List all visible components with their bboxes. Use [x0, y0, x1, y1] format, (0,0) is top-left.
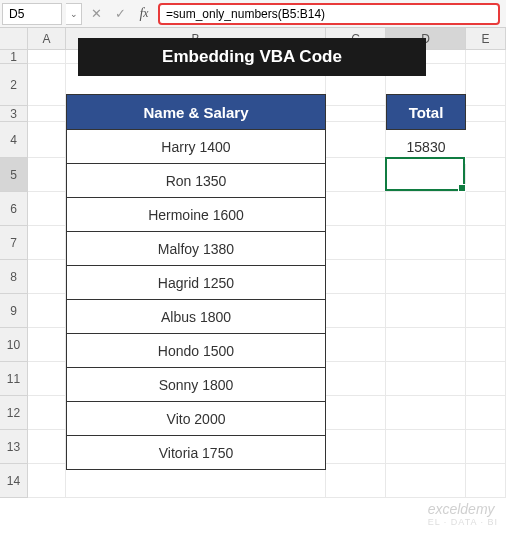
row-header-9[interactable]: 9 [0, 294, 28, 328]
row-header-12[interactable]: 12 [0, 396, 28, 430]
table-row[interactable]: Sonny 1800 [66, 368, 326, 402]
cell[interactable] [326, 158, 386, 192]
row-header-10[interactable]: 10 [0, 328, 28, 362]
cell[interactable] [28, 158, 66, 192]
cell[interactable] [28, 50, 66, 64]
col-header-a[interactable]: A [28, 28, 66, 50]
cell[interactable] [386, 294, 466, 328]
cell[interactable] [466, 50, 506, 64]
cell[interactable] [326, 430, 386, 464]
watermark: exceldemy EL · DATA · BI [428, 501, 498, 527]
cell[interactable] [466, 396, 506, 430]
cell[interactable] [28, 106, 66, 122]
cell[interactable] [326, 260, 386, 294]
table-header-total: Total [386, 94, 466, 130]
table-row[interactable]: Hermoine 1600 [66, 198, 326, 232]
cell[interactable] [466, 260, 506, 294]
row-header-8[interactable]: 8 [0, 260, 28, 294]
row-header-14[interactable]: 14 [0, 464, 28, 498]
row-header-2[interactable]: 2 [0, 64, 28, 106]
cell[interactable] [386, 362, 466, 396]
total-value-cell[interactable]: 15830 [386, 130, 466, 164]
cell[interactable] [28, 192, 66, 226]
cell[interactable] [466, 362, 506, 396]
cell[interactable] [28, 396, 66, 430]
cell[interactable] [28, 64, 66, 106]
table-header-name-salary: Name & Salary [66, 94, 326, 130]
col-header-e[interactable]: E [466, 28, 506, 50]
table-row[interactable]: Vitoria 1750 [66, 436, 326, 470]
page-title: Embedding VBA Code [78, 38, 426, 76]
formula-toolbar: D5 ⌄ ✕ ✓ fx =sum_only_numbers(B5:B14) [0, 0, 506, 28]
row-header-5[interactable]: 5 [0, 158, 28, 192]
cell[interactable] [466, 64, 506, 106]
table-row[interactable]: Albus 1800 [66, 300, 326, 334]
cell[interactable] [386, 430, 466, 464]
cell[interactable] [386, 328, 466, 362]
row-header-13[interactable]: 13 [0, 430, 28, 464]
cell[interactable] [28, 430, 66, 464]
table-row[interactable]: Hagrid 1250 [66, 266, 326, 300]
cell[interactable] [28, 122, 66, 158]
cell[interactable] [28, 260, 66, 294]
cell[interactable] [466, 294, 506, 328]
confirm-formula-button[interactable]: ✓ [110, 4, 130, 24]
cell[interactable] [386, 260, 466, 294]
cell[interactable] [326, 192, 386, 226]
row-header-11[interactable]: 11 [0, 362, 28, 396]
cell[interactable] [28, 294, 66, 328]
cell[interactable] [386, 464, 466, 498]
table-row[interactable]: Ron 1350 [66, 164, 326, 198]
select-all-corner[interactable] [0, 28, 28, 50]
table-row[interactable]: Hondo 1500 [66, 334, 326, 368]
cell[interactable] [326, 362, 386, 396]
table-row[interactable]: Malfoy 1380 [66, 232, 326, 266]
cell[interactable] [326, 328, 386, 362]
total-box: Total 15830 [386, 94, 466, 164]
cell[interactable] [466, 430, 506, 464]
cell[interactable] [466, 106, 506, 122]
cell[interactable] [28, 328, 66, 362]
cell[interactable] [466, 192, 506, 226]
cell[interactable] [466, 122, 506, 158]
row-header-6[interactable]: 6 [0, 192, 28, 226]
cell[interactable] [28, 362, 66, 396]
row-header-7[interactable]: 7 [0, 226, 28, 260]
cell[interactable] [466, 328, 506, 362]
cell[interactable] [466, 158, 506, 192]
cell[interactable] [386, 192, 466, 226]
cell[interactable] [28, 464, 66, 498]
cell[interactable] [326, 294, 386, 328]
name-box[interactable]: D5 [2, 3, 62, 25]
cell[interactable] [466, 226, 506, 260]
row-header-3[interactable]: 3 [0, 106, 28, 122]
formula-bar[interactable]: =sum_only_numbers(B5:B14) [158, 3, 500, 25]
cell[interactable] [466, 464, 506, 498]
row-header-1[interactable]: 1 [0, 50, 28, 64]
table-row[interactable]: Harry 1400 [66, 130, 326, 164]
cell[interactable] [386, 396, 466, 430]
name-salary-table: Name & Salary Harry 1400 Ron 1350 Hermoi… [66, 94, 326, 470]
fx-icon[interactable]: fx [134, 4, 154, 24]
cell[interactable] [326, 106, 386, 122]
chevron-down-icon: ⌄ [70, 9, 78, 19]
cell[interactable] [326, 396, 386, 430]
cell[interactable] [326, 226, 386, 260]
table-row[interactable]: Vito 2000 [66, 402, 326, 436]
cell[interactable] [28, 226, 66, 260]
cell[interactable] [326, 122, 386, 158]
row-header-4[interactable]: 4 [0, 122, 28, 158]
cell[interactable] [326, 464, 386, 498]
cancel-formula-button[interactable]: ✕ [86, 4, 106, 24]
name-box-dropdown[interactable]: ⌄ [66, 3, 82, 25]
cell[interactable] [386, 226, 466, 260]
